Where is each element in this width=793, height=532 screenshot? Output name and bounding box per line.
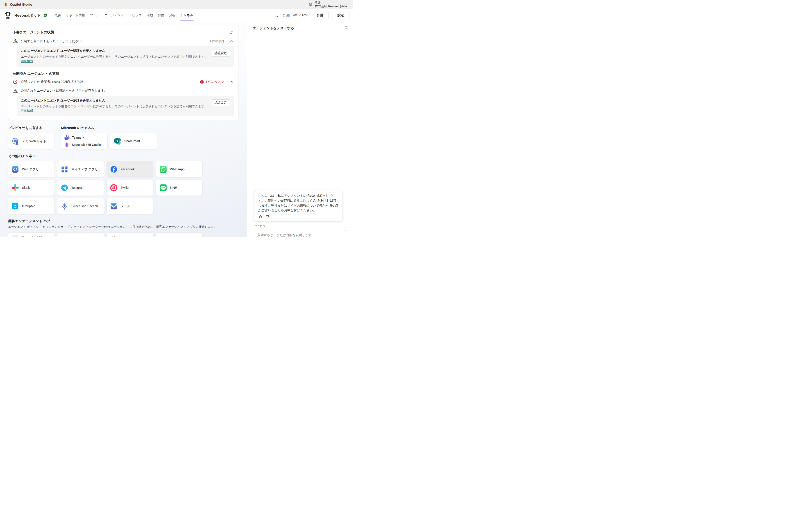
channel-card-sharepoint[interactable]: S SharePoint bbox=[110, 133, 157, 149]
hub-card-genesys[interactable]: Genesys bbox=[57, 233, 104, 237]
channel-label: Web アプリ bbox=[22, 167, 39, 171]
sharepoint-icon: S bbox=[113, 137, 121, 145]
environment-value: 株式会社 Resonal (defa... bbox=[315, 4, 349, 8]
learn-more-link[interactable]: 詳細情報 bbox=[21, 109, 33, 113]
refresh-button[interactable] bbox=[228, 30, 234, 35]
native-app-icon bbox=[60, 166, 69, 173]
hub-card-dynamics-365[interactable]: Dynamics 365 Customer Service bbox=[8, 233, 55, 237]
warning-lock-icon bbox=[13, 38, 18, 44]
bot-message-bubble: こんにちは、私はアシスタントの Resonalボット です。ご質問への回答時に必… bbox=[254, 190, 343, 221]
message-timestamp: たった今 bbox=[254, 224, 346, 228]
channel-card-groupme[interactable]: # GroupMe bbox=[8, 198, 55, 214]
channel-label: Slack bbox=[22, 186, 30, 190]
svg-text:LINE: LINE bbox=[162, 187, 165, 188]
channel-card-web-app[interactable]: Web アプリ bbox=[8, 162, 55, 177]
channel-card-teams-copilot[interactable]: T Teams と bbox=[61, 133, 107, 149]
test-agent-panel: エージェントをテストする こんにちは、私はアシスタントの Resonalボット … bbox=[247, 22, 353, 237]
channel-label: Teams と bbox=[72, 135, 85, 140]
tab-overview[interactable]: 概要 bbox=[55, 9, 61, 22]
tab-activity[interactable]: 活動 bbox=[147, 9, 153, 22]
review-prompt: 公開する前に以下をレビューしてください: bbox=[21, 39, 207, 43]
svg-text:S: S bbox=[115, 139, 118, 143]
risk-count: 1 件のリスク bbox=[200, 80, 224, 84]
channel-label: Microsoft 365 Copilot bbox=[72, 143, 102, 147]
publish-date: 公開日 2025/11/27 bbox=[282, 13, 308, 17]
bot-name: Resonalボット bbox=[14, 13, 41, 18]
auth-warning-banner: このエージェントはエンド ユーザー認証を必要としません エージェントとのチャット… bbox=[17, 46, 234, 66]
channel-card-email[interactable]: メール bbox=[107, 198, 153, 214]
thumbs-down-button[interactable] bbox=[265, 215, 270, 219]
channel-card-whatsapp[interactable]: WhatsApp bbox=[156, 162, 202, 177]
microsoft-365-copilot-icon bbox=[64, 142, 70, 148]
genesys-icon bbox=[60, 236, 69, 237]
channel-card-telegram[interactable]: Telegram bbox=[57, 180, 104, 195]
tab-agents[interactable]: エージェント bbox=[105, 9, 124, 22]
bot-message-text: こんにちは、私はアシスタントの Resonalボット です。ご質問への回答時に必… bbox=[258, 194, 338, 212]
shield-check-icon bbox=[43, 13, 48, 18]
channel-label: WhatsApp bbox=[170, 167, 185, 171]
published-risk-icon bbox=[13, 79, 18, 84]
svg-text:#: # bbox=[14, 203, 16, 207]
channel-card-direct-line-speech[interactable]: Direct Line Speech bbox=[57, 198, 104, 214]
tab-support-info[interactable]: サポート情報 bbox=[66, 9, 85, 22]
search-icon bbox=[274, 13, 278, 18]
settings-button[interactable]: 設定 bbox=[332, 12, 349, 19]
open-test-window-button[interactable] bbox=[343, 25, 349, 31]
whatsapp-icon bbox=[159, 166, 167, 173]
teams-icon: T bbox=[64, 135, 70, 140]
channel-label: GroupMe bbox=[22, 204, 35, 208]
channel-card-slack[interactable]: Slack bbox=[8, 180, 55, 195]
hub-card-salesforce[interactable]: salesforce Salesforce bbox=[156, 233, 202, 237]
agent-status-card: 下書きエージェントの状態 bbox=[8, 26, 238, 120]
bot-logo bbox=[4, 11, 12, 20]
risk-message: 公開されたエージェントに確認すべきリスクが存在します。 bbox=[21, 89, 234, 93]
email-icon bbox=[110, 202, 118, 210]
collapse-draft-button[interactable] bbox=[229, 39, 234, 44]
chat-input[interactable] bbox=[254, 230, 346, 237]
microsoft-channels-section: Microsoft のチャネル T bbox=[61, 126, 157, 149]
hub-card-liveperson[interactable]: LivePerson bbox=[107, 233, 153, 237]
warning-lock-icon bbox=[13, 88, 18, 93]
svg-text:T: T bbox=[65, 137, 67, 139]
auth-settings-button[interactable]: 認証設定 bbox=[211, 50, 230, 56]
channel-label: デモ Web サイト bbox=[22, 139, 47, 144]
tab-channels[interactable]: チャネル bbox=[180, 9, 193, 22]
channel-label: Twilio bbox=[121, 186, 129, 190]
environment-picker[interactable]: 環境 株式会社 Resonal (defa... bbox=[308, 1, 349, 8]
learn-more-link[interactable]: 詳細情報 bbox=[21, 59, 33, 63]
agent-navbar: Resonalボット 概要 サポート情報 ツール エージェント トピック 活動 … bbox=[0, 9, 353, 22]
channel-card-demo-website[interactable]: デモ Web サイト bbox=[8, 133, 55, 149]
slack-icon bbox=[11, 184, 19, 191]
channel-card-line[interactable]: LINE LINE bbox=[156, 180, 202, 195]
collapse-published-button[interactable] bbox=[229, 79, 234, 84]
channel-label: メール bbox=[121, 204, 130, 208]
copilot-studio-logo-icon bbox=[4, 2, 8, 7]
channel-label: Dynamics 365 Customer Service bbox=[22, 235, 50, 237]
channels-page: 下書きエージェントの状態 bbox=[0, 22, 247, 237]
copilot-studio-brand[interactable]: Copilot Studio bbox=[4, 2, 32, 7]
other-channels-title: その他のチャネル bbox=[8, 154, 238, 158]
tab-evaluation[interactable]: 評価 bbox=[158, 9, 164, 22]
tab-topics[interactable]: トピック bbox=[129, 9, 142, 22]
auth-warning-title: このエージェントはエンド ユーザー認証を必要としません bbox=[21, 49, 208, 53]
channel-card-facebook[interactable]: Facebook bbox=[107, 162, 153, 177]
auth-warning-description: エージェントとのチャットを匿名のエンド ユーザーに許可すると、そのエージェントに… bbox=[21, 104, 207, 108]
tab-tools[interactable]: ツール bbox=[90, 9, 99, 22]
channel-card-twilio[interactable]: Twilio bbox=[107, 180, 153, 195]
twilio-icon bbox=[110, 184, 118, 192]
thumbs-up-button[interactable] bbox=[258, 215, 262, 219]
preview-section: プレビューを共有する bbox=[8, 126, 55, 149]
microphone-icon bbox=[60, 203, 69, 210]
app-title: Copilot Studio bbox=[10, 3, 32, 6]
tab-analytics[interactable]: 分析 bbox=[169, 9, 176, 22]
thumbs-up-icon bbox=[258, 215, 262, 219]
test-panel-title: エージェントをテストする bbox=[253, 26, 294, 31]
channel-card-native-app[interactable]: ネイティブ アプリ bbox=[57, 162, 104, 177]
search-button[interactable] bbox=[273, 12, 279, 18]
auth-warning-banner: このエージェントはエンド ユーザー認証を必要としません エージェントとのチャット… bbox=[17, 96, 234, 116]
auth-settings-button[interactable]: 認証設定 bbox=[211, 99, 230, 106]
channel-label: Telegram bbox=[71, 186, 85, 190]
other-channels-grid: Web アプリ ネイティブ アプリ bbox=[8, 162, 238, 214]
publish-button[interactable]: 公開 bbox=[311, 12, 329, 19]
published-status-text: 公開しました 作業者: xxxxx 2025/11/27 7:07 bbox=[21, 80, 197, 84]
